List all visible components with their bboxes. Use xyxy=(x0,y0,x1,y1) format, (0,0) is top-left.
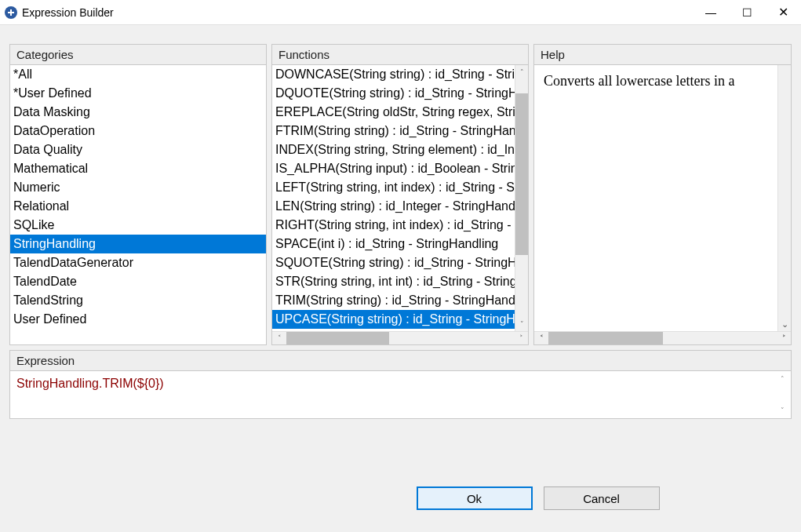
function-item[interactable]: SPACE(int i) : id_String - StringHandlin… xyxy=(272,235,515,253)
category-item[interactable]: SQLike xyxy=(10,216,266,235)
dialog-content: Categories *All*User DefinedData Masking… xyxy=(0,25,801,519)
vscroll-thumb[interactable] xyxy=(515,93,528,255)
function-item[interactable]: RIGHT(String string, int index) : id_Str… xyxy=(272,216,515,235)
hscroll-track[interactable] xyxy=(286,332,514,344)
functions-panel: Functions DOWNCASE(String string) : id_S… xyxy=(271,44,529,345)
expression-panel: Expression ˄ ˅ xyxy=(9,350,792,419)
function-item[interactable]: SQUOTE(String string) : id_String - Stri… xyxy=(272,253,515,272)
help-scroll-left-icon[interactable]: ˂ xyxy=(534,332,548,344)
expression-body: ˄ ˅ xyxy=(9,370,792,419)
app-icon xyxy=(5,6,17,19)
svg-rect-1 xyxy=(10,9,12,16)
vscroll-track[interactable] xyxy=(515,79,528,317)
function-item[interactable]: FTRIM(String string) : id_String - Strin… xyxy=(272,122,515,140)
help-body: Converts all lowercase letters in a ⌄ ˂ … xyxy=(533,64,792,345)
ok-button[interactable]: Ok xyxy=(417,486,533,510)
expr-scroll-up-icon[interactable]: ˄ xyxy=(776,373,789,385)
functions-vertical-scrollbar[interactable]: ˄ ˅ xyxy=(515,65,528,331)
category-item[interactable]: Data Quality xyxy=(10,140,266,159)
category-item[interactable]: StringHandling xyxy=(10,235,266,253)
function-item[interactable]: UPCASE(String string) : id_String - Stri… xyxy=(272,310,515,329)
maximize-button[interactable]: ☐ xyxy=(729,0,765,25)
category-item[interactable]: Relational xyxy=(10,197,266,216)
scroll-up-icon[interactable]: ˄ xyxy=(515,65,528,79)
help-vertical-scrollbar[interactable]: ⌄ xyxy=(777,65,791,331)
function-item[interactable]: EREPLACE(String oldStr, String regex, St… xyxy=(272,103,515,122)
categories-panel: Categories *All*User DefinedData Masking… xyxy=(9,44,267,345)
function-item[interactable]: TRIM(String string) : id_String - String… xyxy=(272,291,515,310)
minimize-button[interactable]: — xyxy=(693,0,729,25)
functions-header: Functions xyxy=(271,44,529,64)
expression-input[interactable] xyxy=(12,373,776,417)
function-item[interactable]: IS_ALPHA(String input) : id_Boolean - St… xyxy=(272,159,515,178)
category-item[interactable]: *User Defined xyxy=(10,84,266,103)
category-item[interactable]: DataOperation xyxy=(10,122,266,140)
function-item[interactable]: DOWNCASE(String string) : id_String - St… xyxy=(272,65,515,84)
category-item[interactable]: *All xyxy=(10,65,266,84)
category-item[interactable]: TalendDate xyxy=(10,272,266,291)
expression-header: Expression xyxy=(9,350,792,370)
expression-vertical-scrollbar[interactable]: ˄ ˅ xyxy=(776,373,789,417)
dialog-buttons: Ok Cancel xyxy=(9,486,792,510)
help-header: Help xyxy=(533,44,792,64)
category-item[interactable]: TalendDataGenerator xyxy=(10,253,266,272)
help-content-wrapper: Converts all lowercase letters in a ⌄ xyxy=(534,65,791,331)
window-title: Expression Builder xyxy=(22,6,114,19)
category-item[interactable]: TalendString xyxy=(10,291,266,310)
cancel-button[interactable]: Cancel xyxy=(544,486,660,510)
expr-scroll-down-icon[interactable]: ˅ xyxy=(776,404,789,417)
help-vscroll-track[interactable] xyxy=(778,65,791,317)
help-hscroll-track[interactable] xyxy=(548,332,777,344)
category-item[interactable]: User Defined xyxy=(10,310,266,329)
help-scroll-down-icon[interactable]: ⌄ xyxy=(778,317,791,331)
functions-body: DOWNCASE(String string) : id_String - St… xyxy=(271,64,529,345)
window-controls: — ☐ ✕ xyxy=(693,0,801,25)
hscroll-thumb[interactable] xyxy=(286,332,389,344)
category-item[interactable]: Numeric xyxy=(10,178,266,197)
function-item[interactable]: LEFT(String string, int index) : id_Stri… xyxy=(272,178,515,197)
help-panel: Help Converts all lowercase letters in a… xyxy=(533,44,792,345)
function-item[interactable]: STR(String string, int int) : id_String … xyxy=(272,272,515,291)
titlebar: Expression Builder — ☐ ✕ xyxy=(0,0,801,25)
functions-horizontal-scrollbar[interactable]: ˂ ˃ xyxy=(272,331,528,344)
category-item[interactable]: Mathematical xyxy=(10,159,266,178)
categories-list[interactable]: *All*User DefinedData MaskingDataOperati… xyxy=(10,65,266,344)
scroll-down-icon[interactable]: ˅ xyxy=(515,317,528,331)
scroll-right-icon[interactable]: ˃ xyxy=(514,332,528,344)
scroll-left-icon[interactable]: ˂ xyxy=(272,332,286,344)
function-item[interactable]: INDEX(String string, String element) : i… xyxy=(272,140,515,159)
function-item[interactable]: DQUOTE(String string) : id_String - Stri… xyxy=(272,84,515,103)
categories-header: Categories xyxy=(9,44,267,64)
help-horizontal-scrollbar[interactable]: ˂ ˃ xyxy=(534,331,791,344)
categories-body: *All*User DefinedData MaskingDataOperati… xyxy=(9,64,267,345)
functions-list[interactable]: DOWNCASE(String string) : id_String - St… xyxy=(272,65,515,331)
close-button[interactable]: ✕ xyxy=(765,0,801,25)
help-hscroll-thumb[interactable] xyxy=(548,332,663,344)
panels-row: Categories *All*User DefinedData Masking… xyxy=(9,44,792,345)
help-text: Converts all lowercase letters in a xyxy=(534,65,777,331)
category-item[interactable]: Data Masking xyxy=(10,103,266,122)
functions-list-wrapper: DOWNCASE(String string) : id_String - St… xyxy=(272,65,528,331)
help-scroll-right-icon[interactable]: ˃ xyxy=(777,332,791,344)
function-item[interactable]: LEN(String string) : id_Integer - String… xyxy=(272,197,515,216)
